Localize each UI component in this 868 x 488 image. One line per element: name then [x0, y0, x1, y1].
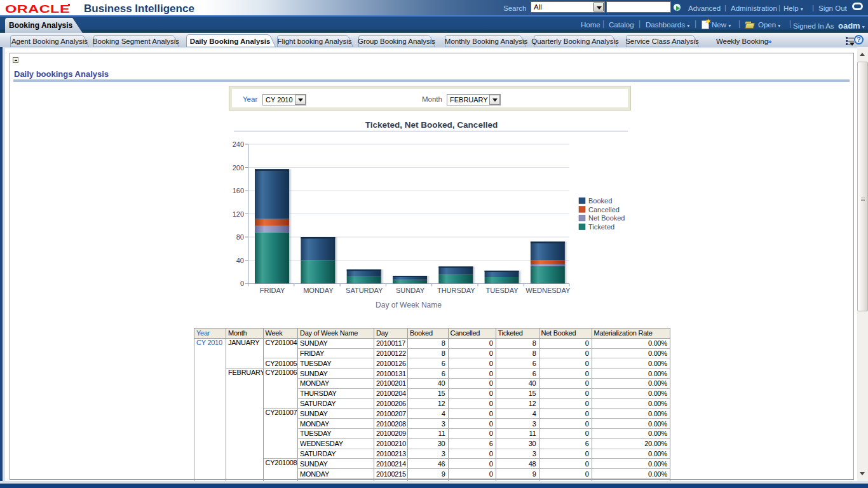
svg-text:Ticketed, Net Booked, Cancelle: Ticketed, Net Booked, Cancelled [365, 120, 498, 130]
svg-text:Booked: Booked [588, 197, 612, 205]
svg-text:Agent Booking Analysis: Agent Booking Analysis [11, 37, 88, 45]
svg-text:Group Booking Analysis: Group Booking Analysis [358, 37, 435, 45]
svg-text:Daily Booking Analysis: Daily Booking Analysis [190, 37, 271, 45]
svg-text:Monthly Booking Analysis: Monthly Booking Analysis [445, 37, 528, 45]
svg-text:TUESDAY: TUESDAY [486, 287, 519, 294]
svg-text:THURSDAY: THURSDAY [437, 287, 475, 294]
svg-text:200: 200 [233, 164, 244, 172]
svg-text:160: 160 [233, 187, 244, 194]
svg-text:»: » [768, 37, 771, 45]
svg-text:Flight booking Analysis: Flight booking Analysis [278, 37, 352, 45]
svg-text:FRIDAY: FRIDAY [260, 287, 285, 294]
svg-text:WEDNESDAY: WEDNESDAY [526, 287, 571, 294]
svg-text:Weekly Booking: Weekly Booking [716, 37, 768, 45]
svg-text:SATURDAY: SATURDAY [346, 287, 383, 294]
svg-text:Booking Segment Analysis: Booking Segment Analysis [93, 37, 179, 45]
svg-text:240: 240 [233, 140, 244, 148]
svg-text:Net Booked: Net Booked [588, 214, 625, 222]
svg-text:120: 120 [233, 210, 244, 218]
svg-text:Service Class Analysis: Service Class Analysis [625, 37, 699, 45]
svg-text:Day of Week Name: Day of Week Name [376, 301, 442, 309]
svg-text:80: 80 [236, 233, 244, 241]
svg-text:SUNDAY: SUNDAY [396, 287, 425, 294]
svg-text:40: 40 [236, 257, 244, 264]
svg-text:Quarterly Booking Analysis: Quarterly Booking Analysis [531, 37, 619, 45]
svg-text:Cancelled: Cancelled [588, 206, 620, 214]
svg-text:0: 0 [240, 280, 244, 287]
svg-text:MONDAY: MONDAY [303, 287, 334, 294]
svg-text:Ticketed: Ticketed [588, 223, 614, 231]
